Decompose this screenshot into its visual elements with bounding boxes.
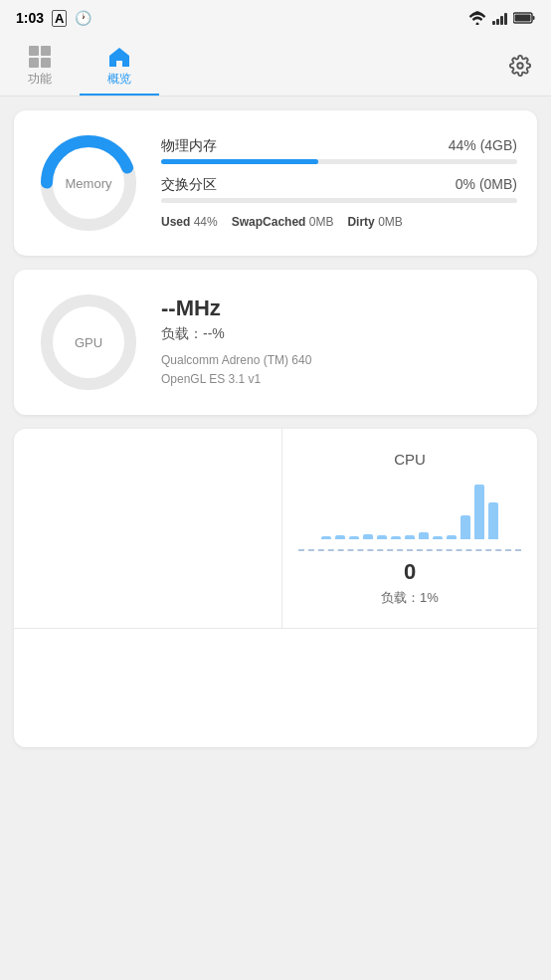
gpu-info: --MHz 负载：--% Qualcomm Adreno (TM) 640 Op… bbox=[161, 295, 517, 389]
cpu-bottom-panel bbox=[14, 628, 537, 747]
used-stat: Used 44% bbox=[161, 215, 218, 229]
nav-item-overview[interactable]: 概览 bbox=[80, 40, 159, 96]
cpu-dashed-line bbox=[298, 549, 521, 551]
dirty-stat: Dirty 0MB bbox=[347, 215, 402, 229]
gpu-donut-label: GPU bbox=[75, 335, 102, 350]
physical-mem-value: 44% (4GB) bbox=[449, 137, 517, 155]
swap-label: 交换分区 bbox=[161, 176, 217, 194]
physical-bar-bg bbox=[161, 159, 517, 164]
cpu-bar bbox=[419, 532, 429, 539]
memory-stats: Used 44% SwapCached 0MB Dirty 0MB bbox=[161, 215, 517, 229]
settings-button[interactable] bbox=[509, 40, 551, 96]
physical-mem-label: 物理内存 bbox=[161, 137, 217, 155]
cpu-title: CPU bbox=[394, 451, 426, 468]
cpu-right-panel: CPU 0 负载：1% bbox=[282, 429, 537, 628]
cpu-bar bbox=[377, 535, 387, 539]
cpu-bar bbox=[488, 502, 498, 539]
gpu-mhz: --MHz bbox=[161, 295, 517, 321]
svg-rect-2 bbox=[515, 15, 531, 22]
nav-item-functions[interactable]: 功能 bbox=[0, 40, 80, 96]
gpu-detail-1: Qualcomm Adreno (TM) 640 bbox=[161, 351, 517, 370]
cpu-bar bbox=[405, 535, 415, 539]
svg-rect-3 bbox=[533, 16, 535, 20]
svg-point-4 bbox=[517, 63, 523, 69]
physical-bar-fill bbox=[161, 159, 318, 164]
cpu-inner: CPU 0 负载：1% bbox=[14, 429, 537, 628]
cpu-load-text: 负载：1% bbox=[381, 589, 439, 607]
battery-icon bbox=[513, 12, 535, 24]
swapcached-stat: SwapCached 0MB bbox=[232, 215, 334, 229]
grid-icon bbox=[29, 46, 51, 68]
clock-icon: 🕐 bbox=[75, 10, 92, 26]
cpu-bar bbox=[460, 515, 470, 539]
signal-icon bbox=[492, 11, 507, 25]
nav-bar: 功能 概览 bbox=[0, 36, 551, 97]
memory-card: Memory 物理内存 44% (4GB) 交换分区 0% (0MB) Used bbox=[14, 110, 537, 256]
memory-donut: Memory bbox=[34, 128, 143, 238]
wifi-icon bbox=[468, 11, 486, 25]
cpu-bar bbox=[321, 536, 331, 539]
nav-label-functions: 功能 bbox=[28, 71, 52, 88]
memory-donut-label: Memory bbox=[66, 176, 112, 191]
memory-info: 物理内存 44% (4GB) 交换分区 0% (0MB) Used 44% Sw… bbox=[161, 137, 517, 229]
swap-value: 0% (0MB) bbox=[456, 176, 517, 194]
cpu-card: CPU 0 负载：1% bbox=[14, 429, 537, 747]
home-icon bbox=[107, 46, 131, 68]
cpu-bar bbox=[447, 535, 457, 539]
cpu-bar bbox=[391, 536, 401, 539]
gpu-donut: GPU bbox=[34, 288, 143, 397]
cpu-left-panel bbox=[14, 429, 282, 628]
gear-icon bbox=[509, 55, 531, 77]
cpu-bar bbox=[433, 536, 443, 539]
cpu-bar bbox=[349, 536, 359, 539]
cpu-zero: 0 bbox=[404, 559, 416, 585]
cpu-bar bbox=[474, 485, 484, 539]
cpu-bar bbox=[335, 535, 345, 539]
status-bar: 1:03 A 🕐 bbox=[0, 0, 551, 36]
text-icon: A bbox=[52, 10, 67, 27]
time-display: 1:03 bbox=[16, 10, 44, 26]
cpu-bar bbox=[363, 534, 373, 539]
svg-point-0 bbox=[476, 23, 479, 26]
gpu-detail-2: OpenGL ES 3.1 v1 bbox=[161, 370, 517, 389]
cpu-chart bbox=[321, 480, 498, 539]
nav-label-overview: 概览 bbox=[107, 71, 131, 88]
gpu-load: 负载：--% bbox=[161, 325, 517, 343]
gpu-card: GPU --MHz 负载：--% Qualcomm Adreno (TM) 64… bbox=[14, 270, 537, 415]
swap-bar-bg bbox=[161, 198, 517, 203]
